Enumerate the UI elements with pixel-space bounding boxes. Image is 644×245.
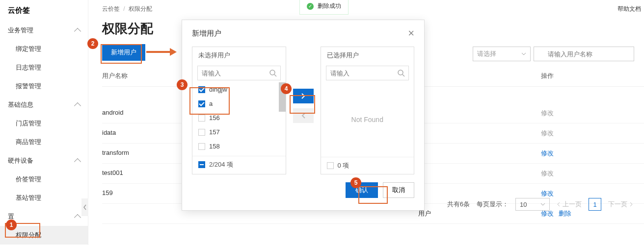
svg-line-5	[402, 74, 404, 76]
edit-link[interactable]: 修改	[541, 109, 554, 117]
chevron-down-icon	[521, 52, 526, 55]
edit-link[interactable]: 修改	[541, 129, 554, 137]
sidebar-collapse[interactable]	[81, 198, 88, 216]
sidebar-item-goods[interactable]: 商品管理	[0, 133, 88, 151]
nav-group-basic[interactable]: 基础信息	[0, 96, 88, 114]
search-input[interactable]	[534, 47, 634, 61]
delete-link[interactable]: 删除	[559, 210, 571, 217]
chevron-right-icon	[629, 202, 633, 207]
search-icon	[397, 69, 405, 78]
transfer-left-button[interactable]	[293, 108, 314, 123]
pagination: 共有6条 每页显示： 10 上一页 1 下一页	[447, 198, 633, 211]
transfer-right-panel: 已选择用户 Not Found 0 项	[321, 47, 415, 174]
breadcrumb: 云价签 / 权限分配	[102, 5, 644, 13]
list-item[interactable]: 157	[192, 125, 286, 139]
add-user-modal: 新增用户 × 未选择用户 dingjw a 156 157 158 2/204 …	[182, 20, 425, 211]
checkbox-icon[interactable]	[198, 129, 205, 136]
chevron-left-icon	[301, 113, 306, 119]
transfer-right-button[interactable]	[293, 89, 314, 103]
nav-group-hardware[interactable]: 硬件设备	[0, 151, 88, 170]
check-icon: ✓	[307, 3, 314, 10]
left-panel-title: 未选择用户	[192, 47, 286, 64]
th-op: 操作	[541, 72, 644, 80]
list-item[interactable]: a	[192, 97, 286, 111]
sidebar-item-station[interactable]: 基站管理	[0, 189, 88, 207]
edit-link[interactable]: 修改	[541, 190, 554, 197]
breadcrumb-current: 权限分配	[129, 5, 152, 12]
svg-point-4	[398, 70, 403, 75]
close-icon[interactable]: ×	[408, 28, 414, 39]
checkbox-icon[interactable]	[198, 115, 205, 122]
chevron-up-icon	[74, 27, 81, 34]
left-search-input[interactable]	[197, 66, 281, 80]
checkbox-icon[interactable]	[198, 143, 205, 150]
callout-3: 3	[177, 79, 188, 90]
edit-link[interactable]: 修改	[541, 210, 554, 217]
list-item[interactable]: 158	[192, 139, 286, 153]
svg-point-2	[270, 70, 275, 75]
sidebar-item-alarm[interactable]: 报警管理	[0, 77, 88, 96]
sidebar-item-binding[interactable]: 绑定管理	[0, 40, 88, 58]
nav-group-biz[interactable]: 业务管理	[0, 21, 88, 40]
pager-current[interactable]: 1	[589, 198, 601, 211]
edit-link[interactable]: 修改	[541, 149, 554, 157]
add-user-button[interactable]: 新增用户	[102, 44, 145, 61]
chevron-right-icon	[301, 93, 306, 99]
chevron-up-icon	[74, 102, 81, 109]
sidebar-item-tag[interactable]: 价签管理	[0, 170, 88, 189]
checkbox-indeterminate-icon[interactable]	[198, 161, 205, 168]
empty-text: Not Found	[321, 82, 414, 157]
checkbox-icon[interactable]	[198, 100, 205, 107]
left-foot-count: 2/204 项	[209, 160, 233, 169]
modal-title: 新增用户	[192, 29, 221, 38]
chevron-up-icon	[74, 214, 81, 220]
edit-link[interactable]: 修改	[541, 170, 554, 177]
list-item[interactable]: 156	[192, 111, 286, 125]
right-search-input[interactable]	[326, 66, 409, 80]
right-panel-title: 已选择用户	[321, 47, 414, 64]
search-icon	[269, 69, 277, 78]
brand: 云价签	[0, 0, 88, 21]
pager-next[interactable]: 下一页	[608, 200, 633, 209]
sidebar-item-store[interactable]: 门店管理	[0, 114, 88, 133]
right-foot-count: 0 项	[338, 161, 349, 170]
callout-2: 2	[87, 38, 98, 49]
filter-select[interactable]: 请选择	[473, 47, 531, 61]
chevron-down-icon	[540, 203, 545, 206]
callout-4: 4	[281, 83, 292, 94]
pager-prev[interactable]: 上一页	[557, 200, 582, 209]
breadcrumb-root[interactable]: 云价签	[102, 5, 120, 12]
sidebar: 云价签 业务管理 绑定管理 日志管理 报警管理 基础信息 门店管理 商品管理 硬…	[0, 0, 88, 245]
chevron-up-icon	[74, 158, 81, 165]
cancel-button[interactable]: 取消	[383, 182, 414, 198]
help-link[interactable]: 帮助文档	[617, 5, 641, 13]
success-toast: ✓ 删除成功	[299, 0, 349, 15]
chevron-left-icon	[557, 202, 561, 207]
checkbox-icon[interactable]	[198, 86, 205, 93]
pager-per-label: 每页显示：	[477, 200, 509, 209]
transfer-left-panel: 未选择用户 dingjw a 156 157 158 2/204 项	[192, 47, 286, 174]
checkbox-icon[interactable]	[327, 162, 334, 169]
svg-line-3	[274, 74, 276, 76]
pager-per-select[interactable]: 10	[515, 198, 550, 211]
sidebar-item-log[interactable]: 日志管理	[0, 58, 88, 77]
callout-1: 1	[6, 220, 17, 230]
list-item[interactable]: dingjw	[192, 82, 286, 97]
pager-total: 共有6条	[447, 200, 470, 209]
callout-5: 5	[350, 177, 361, 188]
